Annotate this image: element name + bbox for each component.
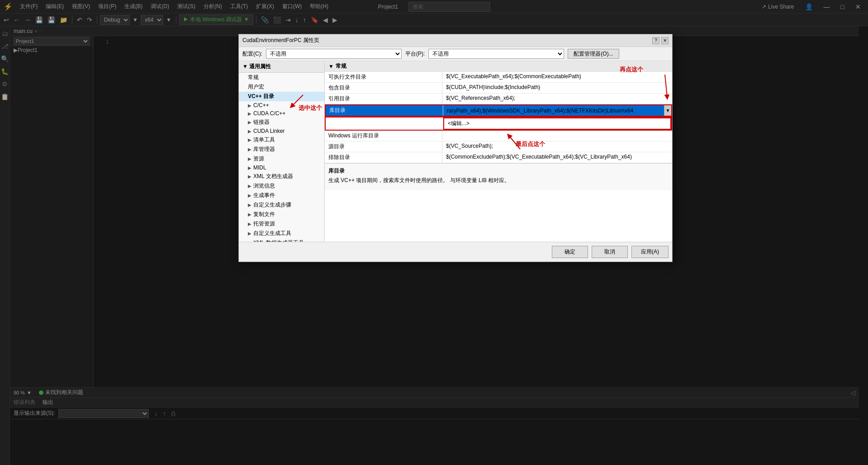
dialog-title: CudaEnvironmentForPC 属性页 <box>242 37 319 44</box>
prop-key-executable-dir: 可执行文件目录 <box>325 72 442 82</box>
prop-key-edit-dropdown <box>326 117 443 130</box>
tree-item-linker[interactable]: ▶ 链接器 <box>239 117 324 127</box>
config-label: 配置(C): <box>242 50 262 58</box>
dialog-controls: ? ✕ <box>652 37 669 44</box>
prop-key-lib-dir: 库目录 <box>326 105 443 116</box>
prop-key-include-dir: 包含目录 <box>325 83 442 93</box>
dialog-close-button[interactable]: ✕ <box>661 37 669 44</box>
tree-item-general[interactable]: 常规 <box>239 73 324 82</box>
prop-val-ref-dir[interactable]: $(VC_ReferencesPath_x64); <box>442 94 672 104</box>
config-select[interactable]: 不适用 <box>266 49 402 59</box>
tree-item-manifest[interactable]: ▶ 清单工具 <box>239 135 324 145</box>
tree-item-libmgr[interactable]: ▶ 库管理器 <box>239 145 324 154</box>
prop-row-include-dir: 包含目录 $(CUDA_PATH)\include;$(IncludePath) <box>325 83 672 94</box>
prop-val-include-dir[interactable]: $(CUDA_PATH)\include;$(IncludePath) <box>442 83 672 93</box>
prop-key-exclude-dir: 排除目录 <box>325 152 442 163</box>
prop-row-edit-dropdown: <编辑...> <box>325 117 672 131</box>
prop-val-executable-dir[interactable]: $(VC_ExecutablePath_x64);$(CommonExecuta… <box>442 72 672 82</box>
prop-row-source-dir: 源目录 $(VC_SourcePath); <box>325 141 672 152</box>
tree-root-label: 通用属性 <box>249 63 271 70</box>
cancel-button[interactable]: 取消 <box>592 246 628 258</box>
tree-item-resource[interactable]: ▶ 资源 <box>239 154 324 164</box>
platform-select[interactable]: 不适用 <box>428 49 564 59</box>
platform-label: 平台(P): <box>405 50 425 58</box>
tree-item-vcdirs[interactable]: VC++ 目录 <box>239 92 324 101</box>
tree-panel: ▼ 通用属性 常规 用户宏 VC++ 目录 ▶ C/C++ ▶ CUDA C/C… <box>239 61 325 242</box>
lib-dir-dropdown-button[interactable]: ▼ <box>664 105 671 116</box>
tree-item-xmldoc[interactable]: ▶ XML 文档生成器 <box>239 172 324 181</box>
tree-item-cuda-cpp[interactable]: ▶ CUDA C/C++ <box>239 109 324 117</box>
props-section-general: ▼ 常规 <box>325 61 672 72</box>
dialog-footer: 确定 取消 应用(A) <box>239 242 672 262</box>
prop-row-executable-dir: 可执行文件目录 $(VC_ExecutablePath_x64);$(Commo… <box>325 72 672 83</box>
dialog-config-row: 配置(C): 不适用 平台(P): 不适用 配置管理器(O)... <box>239 47 672 61</box>
tree-item-cuda-linker[interactable]: ▶ CUDA Linker <box>239 127 324 135</box>
description-panel: 库目录 生成 VC++ 项目期间，搜索库文件时使用的路径。 与环境变量 LIB … <box>325 163 672 190</box>
desc-text: 生成 VC++ 项目期间，搜索库文件时使用的路径。 与环境变量 LIB 相对应。 <box>328 177 669 184</box>
tree-item-usermacros[interactable]: 用户宏 <box>239 82 324 92</box>
prop-row-exclude-dir: 排除目录 $(CommonExcludePath);$(VC_Executabl… <box>325 152 672 163</box>
prop-val-lib-dir[interactable]: raryPath_x64);$(WindowsSDK_LibraryPath_x… <box>443 106 664 115</box>
prop-val-lib-dir-container: raryPath_x64);$(WindowsSDK_LibraryPath_x… <box>443 105 671 116</box>
prop-key-winrt-dir: Windows 运行库目录 <box>325 131 442 141</box>
prop-val-edit-dropdown[interactable]: <编辑...> <box>443 117 671 130</box>
prop-row-lib-dir: 库目录 raryPath_x64);$(WindowsSDK_LibraryPa… <box>325 104 672 117</box>
tree-item-midl[interactable]: ▶ MIDL <box>239 164 324 172</box>
tree-item-browse[interactable]: ▶ 浏览信息 <box>239 181 324 191</box>
ok-button[interactable]: 确定 <box>552 246 588 258</box>
section-label: 常规 <box>336 62 346 70</box>
tree-item-build-events[interactable]: ▶ 生成事件 <box>239 191 324 200</box>
properties-dialog: CudaEnvironmentForPC 属性页 ? ✕ 配置(C): 不适用 … <box>238 34 673 262</box>
prop-val-winrt-dir[interactable] <box>442 131 672 141</box>
tree-item-managed-resource[interactable]: ▶ 托管资源 <box>239 219 324 229</box>
section-expand-icon: ▼ <box>328 63 334 70</box>
tree-header: ▼ 通用属性 <box>239 61 324 73</box>
config-manager-button[interactable]: 配置管理器(O)... <box>568 49 619 59</box>
apply-button[interactable]: 应用(A) <box>631 246 669 258</box>
tree-root-expand: ▼ <box>242 63 248 70</box>
prop-key-ref-dir: 引用目录 <box>325 94 442 104</box>
prop-key-source-dir: 源目录 <box>325 141 442 152</box>
tree-item-cpp[interactable]: ▶ C/C++ <box>239 101 324 109</box>
props-panel: ▼ 常规 可执行文件目录 $(VC_ExecutablePath_x64);$(… <box>325 61 672 242</box>
tree-item-copy[interactable]: ▶ 复制文件 <box>239 210 324 219</box>
prop-val-exclude-dir[interactable]: $(CommonExcludePath);$(VC_ExecutablePath… <box>442 152 672 163</box>
tree-item-xml-data[interactable]: ▶ XML 数据生成器工具 <box>239 238 324 242</box>
prop-row-winrt-dir: Windows 运行库目录 <box>325 131 672 141</box>
tree-item-custom-build-tool[interactable]: ▶ 自定义生成工具 <box>239 229 324 238</box>
dialog-titlebar: CudaEnvironmentForPC 属性页 ? ✕ <box>239 34 672 47</box>
dialog-help-button[interactable]: ? <box>652 37 659 44</box>
desc-title: 库目录 <box>328 167 669 175</box>
prop-row-ref-dir: 引用目录 $(VC_ReferencesPath_x64); <box>325 94 672 104</box>
dialog-body: ▼ 通用属性 常规 用户宏 VC++ 目录 ▶ C/C++ ▶ CUDA C/C… <box>239 61 672 242</box>
prop-val-source-dir[interactable]: $(VC_SourcePath); <box>442 141 672 152</box>
tree-item-custom-build[interactable]: ▶ 自定义生成步骤 <box>239 200 324 210</box>
